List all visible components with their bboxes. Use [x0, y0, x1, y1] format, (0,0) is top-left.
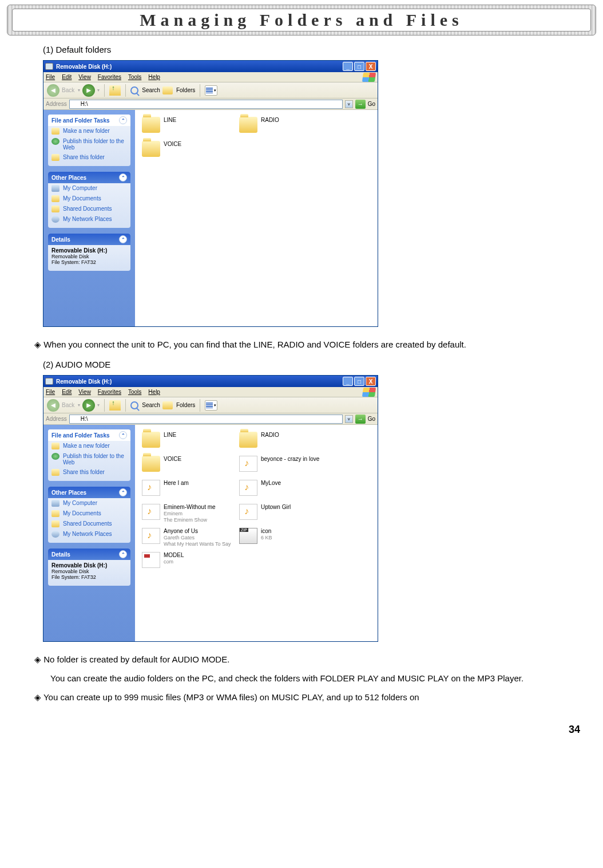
task-new-folder[interactable]: Make a new folder — [48, 126, 130, 136]
maximize-button[interactable]: □ — [354, 62, 364, 71]
up-folder-button[interactable] — [109, 85, 121, 96]
close-button[interactable]: X — [366, 62, 376, 71]
menu-tools[interactable]: Tools — [128, 74, 141, 80]
address-bar: Address H:\ v → Go — [43, 413, 378, 425]
menu-favorites[interactable]: Favorites — [98, 74, 121, 80]
menu-file[interactable]: File — [46, 389, 55, 395]
place-shared-documents[interactable]: Shared Documents — [48, 204, 130, 214]
menu-edit[interactable]: Edit — [62, 74, 72, 80]
panel-header-places[interactable]: Other Places ⌃ — [48, 487, 130, 498]
computer-icon — [51, 185, 59, 192]
close-button[interactable]: X — [366, 377, 376, 386]
task-publish-web[interactable]: Publish this folder to the Web — [48, 451, 130, 467]
file-item[interactable]: MyLove — [239, 480, 336, 499]
menu-favorites[interactable]: Favorites — [98, 389, 121, 395]
chevron-up-icon[interactable]: ⌃ — [119, 431, 127, 439]
title-bar[interactable]: Removable Disk (H:) _ □ X — [43, 61, 378, 72]
place-my-documents[interactable]: My Documents — [48, 194, 130, 204]
menu-help[interactable]: Help — [148, 74, 160, 80]
explorer-window-2: Removable Disk (H:) _ □ X File Edit View… — [43, 375, 378, 642]
file-item[interactable]: beyonce - crazy in love — [239, 456, 336, 475]
views-button[interactable]: ▾ — [205, 85, 217, 96]
address-input[interactable]: H:\ — [69, 415, 343, 424]
task-new-folder[interactable]: Make a new folder — [48, 441, 130, 451]
search-button[interactable]: Search — [142, 402, 160, 408]
folders-button[interactable]: Folders — [176, 402, 195, 408]
go-button[interactable]: → — [355, 415, 366, 424]
file-item[interactable]: icon6 KB — [239, 528, 336, 547]
details-panel: Details ⌃ Removable Disk (H:) Removable … — [48, 549, 130, 586]
minimize-button[interactable]: _ — [343, 377, 353, 386]
mp3-icon — [142, 480, 160, 496]
share-icon — [51, 469, 59, 476]
task-publish-web[interactable]: Publish this folder to the Web — [48, 136, 130, 152]
mp3-icon — [239, 504, 257, 520]
address-bar: Address H:\ v → Go — [43, 98, 378, 110]
shared-docs-icon — [51, 520, 59, 527]
views-button[interactable]: ▾ — [205, 400, 217, 411]
menu-file[interactable]: File — [46, 74, 55, 80]
minimize-button[interactable]: _ — [343, 62, 353, 71]
details-name: Removable Disk (H:) — [51, 562, 107, 569]
folder-content[interactable]: LINERADIOVOICEbeyonce - crazy in loveHer… — [135, 425, 378, 641]
file-item[interactable]: Here I am — [142, 480, 239, 499]
back-button[interactable]: ◄ — [47, 399, 59, 412]
chevron-up-icon[interactable]: ⌃ — [119, 550, 127, 558]
panel-header-tasks[interactable]: File and Folder Tasks ⌃ — [48, 429, 130, 441]
file-item[interactable]: RADIO — [239, 432, 336, 451]
file-item[interactable]: LINE — [142, 432, 239, 451]
maximize-button[interactable]: □ — [354, 377, 364, 386]
task-share-folder[interactable]: Share this folder — [48, 467, 130, 478]
search-button[interactable]: Search — [142, 87, 160, 93]
folders-button[interactable]: Folders — [176, 87, 195, 93]
address-input[interactable]: H:\ — [69, 100, 343, 109]
menu-edit[interactable]: Edit — [62, 389, 72, 395]
chevron-up-icon[interactable]: ⌃ — [119, 173, 127, 182]
address-label: Address — [46, 101, 67, 107]
chevron-up-icon[interactable]: ⌃ — [119, 488, 127, 496]
menu-tools[interactable]: Tools — [128, 389, 141, 395]
file-item[interactable]: VOICE — [142, 456, 239, 475]
folder-item[interactable]: LINE — [142, 117, 239, 136]
forward-button[interactable]: ► — [82, 399, 95, 412]
folder-content[interactable]: LINERADIOVOICE — [135, 110, 378, 326]
task-share-folder[interactable]: Share this folder — [48, 152, 130, 163]
place-my-computer[interactable]: My Computer — [48, 183, 130, 194]
file-item[interactable]: Eminem-Without meEminemThe Eminem Show — [142, 504, 239, 523]
panel-header-details[interactable]: Details ⌃ — [48, 234, 130, 245]
file-label: LINE — [164, 432, 176, 439]
address-dropdown[interactable]: v — [345, 415, 353, 423]
place-shared-documents[interactable]: Shared Documents — [48, 519, 130, 529]
place-my-documents[interactable]: My Documents — [48, 508, 130, 519]
globe-icon — [51, 138, 59, 145]
file-item[interactable]: Anyone of UsGareth GatesWhat My Heart Wa… — [142, 528, 239, 547]
up-folder-button[interactable] — [109, 400, 121, 411]
forward-button[interactable]: ► — [82, 84, 95, 97]
address-dropdown[interactable]: v — [345, 100, 353, 108]
folder-item[interactable]: VOICE — [142, 141, 239, 160]
title-bar[interactable]: Removable Disk (H:) _ □ X — [43, 376, 378, 387]
menu-view[interactable]: View — [78, 74, 91, 80]
go-button[interactable]: → — [355, 100, 366, 109]
file-item[interactable]: Uptown Girl — [239, 504, 336, 523]
place-network[interactable]: My Network Places — [48, 529, 130, 539]
place-network[interactable]: My Network Places — [48, 214, 130, 224]
file-item[interactable]: MODELcom — [142, 552, 239, 571]
menu-view[interactable]: View — [78, 389, 91, 395]
file-label: Uptown Girl — [261, 504, 291, 511]
back-button[interactable]: ◄ — [47, 84, 59, 97]
network-icon — [51, 531, 59, 538]
place-my-computer[interactable]: My Computer — [48, 498, 130, 508]
chevron-up-icon[interactable]: ⌃ — [119, 116, 127, 124]
chevron-up-icon[interactable]: ⌃ — [119, 235, 127, 243]
folder-icon — [51, 443, 59, 449]
panel-header-details[interactable]: Details ⌃ — [48, 549, 130, 560]
file-folder-tasks-panel: File and Folder Tasks ⌃ Make a new folde… — [48, 429, 130, 481]
address-label: Address — [46, 416, 67, 422]
panel-header-places[interactable]: Other Places ⌃ — [48, 172, 130, 183]
windows-logo-icon — [362, 388, 376, 397]
zip-icon — [239, 528, 257, 544]
folder-item[interactable]: RADIO — [239, 117, 336, 136]
menu-help[interactable]: Help — [148, 389, 160, 395]
panel-header-tasks[interactable]: File and Folder Tasks ⌃ — [48, 115, 130, 126]
